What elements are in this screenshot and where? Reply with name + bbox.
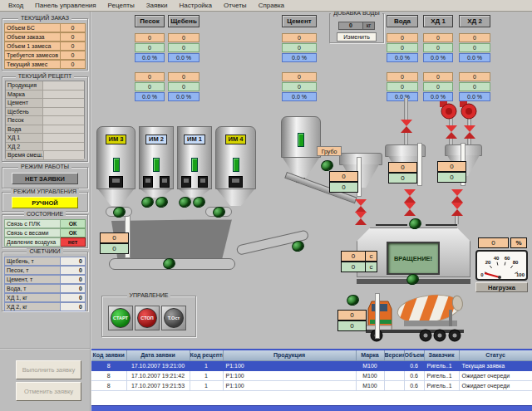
order-row-label: Текущий замес (4, 60, 61, 69)
counter-row-label: Цемент, т (4, 275, 61, 284)
column-header[interactable]: Версия (384, 350, 404, 360)
current-recipe-group: ТЕКУЩИЙ РЕЦЕПТ ПродукцияМаркаЦементЩебен… (2, 76, 88, 162)
recipe-row: Вода (6, 125, 84, 135)
order-row[interactable]: 817.10.2007 19:21:421Р1:100М1000.6Ригель… (91, 370, 532, 380)
cement-valve-icon[interactable] (354, 212, 367, 225)
column-header[interactable]: Статус (459, 350, 532, 360)
status-row-label: Связь с весами (4, 228, 61, 237)
menu-item-5[interactable]: Настройка (174, 1, 218, 11)
order-cell: Р1:100 (223, 360, 356, 370)
table-scrollbar[interactable] (91, 405, 532, 411)
order-cell: 8 (91, 360, 126, 370)
mixer-feed-line (426, 224, 457, 226)
menu-item-4[interactable]: Заявки (140, 1, 174, 11)
menu-item-7[interactable]: Справка (253, 1, 290, 11)
left-panel-divider (0, 348, 90, 350)
column-header[interactable]: Код заявки (91, 350, 126, 360)
recipe-row-label: Щебень (6, 108, 42, 116)
старт-button[interactable]: СТАРТ (108, 306, 133, 330)
work-mode-group: РЕЖИМ РАБОТЫ НЕТ ЗАЯВКИ (2, 167, 88, 188)
column-header[interactable]: Марка (356, 350, 384, 360)
water-outlet-valve-icon[interactable] (403, 189, 416, 203)
silo-gate[interactable] (160, 176, 170, 188)
order-row: Объем БС0 (4, 23, 86, 32)
status-row-value: ОК (61, 219, 86, 228)
material-actual-2: 0 (423, 82, 453, 91)
material-percent: 0.0 % (135, 53, 165, 62)
water-inlet-valve-icon[interactable] (400, 120, 413, 133)
order-cell: 8 (91, 370, 126, 380)
order-row[interactable]: 817.10.2007 19:21:531Р1:100М1000.6Ригель… (91, 380, 532, 390)
order-cell: Текущая заявка (459, 360, 532, 370)
cement-actual-value: 0 (329, 182, 358, 193)
column-header[interactable]: Объем (404, 350, 424, 360)
cement-valve-icon[interactable] (354, 199, 367, 213)
material-setpoint-2: 0 (459, 72, 490, 81)
column-header[interactable]: Продукция (223, 350, 356, 360)
order-row: Объем заказа0 (4, 32, 86, 42)
additive-pump-icon[interactable] (458, 101, 478, 120)
status-row: Давление воздуханет (4, 237, 86, 247)
order-cell: Ожидает очереди (459, 370, 532, 380)
silo-gate[interactable] (143, 176, 153, 188)
cancel-order-button[interactable]: Отменить заявку (16, 382, 81, 401)
order-cell: Ригель..1 (424, 380, 459, 390)
column-header[interactable]: Дата заявки (126, 350, 190, 360)
recipe-row: Время смеш. (6, 151, 84, 160)
silo-gate[interactable] (229, 176, 243, 188)
order-cell: 1 (190, 360, 223, 370)
execute-order-button[interactable]: Выполнить заявку (16, 360, 81, 379)
column-header[interactable]: Заказчик (424, 350, 459, 360)
current-order-group: ТЕКУЩИЙ ЗАКАЗ Объем БС0Объем заказа0Объе… (2, 18, 88, 71)
т-ост-button[interactable]: Т.Ост (161, 306, 186, 330)
control-mode-title: РЕЖИМ УПРАВЛЕНИЯ (2, 188, 87, 194)
silo-gate[interactable] (109, 176, 123, 188)
menu-item-2[interactable]: Панель управления (29, 1, 102, 11)
silo-gate[interactable] (181, 176, 191, 188)
work-mode-title: РЕЖИМ РАБОТЫ (2, 164, 87, 169)
truck-fill-valve-icon[interactable] (345, 293, 360, 307)
control-mode-group: РЕЖИМ УПРАВЛЕНИЯ РУЧНОЙ (2, 192, 88, 212)
material-setpoint: 0 (459, 33, 490, 42)
additive-valve-icon[interactable] (463, 125, 476, 139)
silo-level-indicator (153, 158, 160, 172)
material-setpoint-2: 0 (282, 72, 317, 81)
recipe-row-value (42, 91, 84, 99)
material-percent: 0.0 % (168, 53, 200, 62)
additive-outlet-valve-icon[interactable] (451, 203, 464, 216)
material-setpoint: 0 (168, 33, 200, 42)
material-percent-2: 0.0 % (387, 92, 418, 101)
material-actual: 0 (282, 43, 317, 52)
additive-actual-value: 0 (437, 172, 466, 183)
svg-text:60: 60 (505, 256, 510, 261)
material-header-3: Цемент (282, 15, 317, 27)
recipe-row-label: Вода (6, 125, 42, 134)
cement-weigher-values: 00 (329, 171, 358, 193)
recipe-row-value (42, 134, 84, 142)
manual-mode-button[interactable]: РУЧНОЙ (12, 197, 78, 208)
aggregate-actual-value: 0 (100, 243, 129, 254)
water-addition-change-button[interactable]: Изменить (337, 32, 377, 42)
water-actual-value: 0 (388, 173, 417, 183)
order-row[interactable]: 817.10.2007 19:21:001Р1:100М1000.6Ригель… (91, 360, 532, 370)
additive-pump-icon[interactable] (438, 101, 458, 120)
column-header[interactable]: Код рецепта (190, 350, 223, 360)
orders-table: Код заявкиДата заявкиКод рецептаПродукци… (91, 349, 532, 405)
svg-text:20: 20 (485, 260, 491, 265)
menu-item-6[interactable]: Отчеты (218, 1, 253, 11)
material-actual: 0 (168, 43, 200, 52)
order-row-value: 0 (61, 60, 86, 69)
current-recipe-title: ТЕКУЩИЙ РЕЦЕПТ (2, 73, 87, 79)
order-cell (384, 370, 404, 380)
menu-item-1[interactable]: Вход (2, 1, 29, 11)
silo-gate[interactable] (198, 176, 208, 188)
additive-valve-icon[interactable] (445, 125, 458, 139)
order-cell: 17.10.2007 19:21:00 (126, 360, 190, 370)
material-actual: 0 (387, 43, 418, 52)
additive-outlet-valve-icon[interactable] (451, 189, 464, 203)
water-outlet-valve-icon[interactable] (403, 203, 416, 216)
стоп-button[interactable]: СТОП (135, 306, 160, 330)
material-header-1: Песок (135, 15, 165, 27)
recipe-row-value (42, 81, 84, 90)
menu-item-3[interactable]: Рецепты (102, 1, 140, 11)
